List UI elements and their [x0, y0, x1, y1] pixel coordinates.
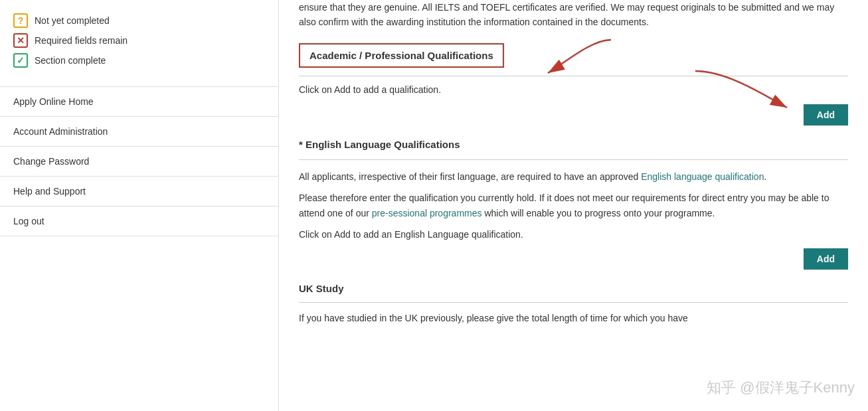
academic-add-button[interactable]: Add	[804, 104, 848, 125]
legend-section: ? Not yet completed ✕ Required fields re…	[0, 7, 278, 86]
not-completed-icon: ?	[13, 13, 28, 28]
english-paragraph1: All applicants, irrespective of their fi…	[299, 169, 848, 184]
academic-section-description: Click on Add to add a qualification.	[299, 84, 848, 95]
english-section: * English Language Qualifications All ap…	[299, 139, 848, 270]
english-para1-before: All applicants, irrespective of their fi…	[299, 171, 641, 182]
main-content: ensure that they are genuine. All IELTS …	[279, 0, 868, 411]
english-add-button[interactable]: Add	[804, 248, 848, 270]
english-para2-after: which will enable you to progress onto y…	[482, 208, 715, 218]
academic-section-title: Academic / Professional Qualifications	[299, 43, 504, 68]
academic-add-button-row: Add	[299, 104, 848, 125]
english-paragraph2: Please therefore enter the qualification…	[299, 191, 848, 220]
legend-item-complete: ✓ Section complete	[13, 53, 265, 68]
arrow-to-title	[485, 37, 618, 90]
english-add-button-row: Add	[299, 248, 848, 270]
nav-item-log-out[interactable]: Log out	[0, 206, 278, 236]
uk-study-description: If you have studied in the UK previously…	[299, 311, 848, 325]
pre-sessional-link[interactable]: pre-sessional programmes	[372, 208, 482, 218]
nav-item-account-administration[interactable]: Account Administration	[0, 117, 278, 147]
intro-text: ensure that they are genuine. All IELTS …	[299, 0, 848, 30]
uk-study-title: UK Study	[299, 283, 848, 294]
academic-divider	[299, 76, 848, 76]
english-description: Click on Add to add an English Language …	[299, 227, 848, 242]
sidebar: ? Not yet completed ✕ Required fields re…	[0, 0, 279, 411]
nav-item-help-and-support[interactable]: Help and Support	[0, 177, 278, 206]
academic-section: Academic / Professional Qualifications C…	[299, 43, 848, 125]
english-section-title: * English Language Qualifications	[299, 139, 848, 150]
legend-label-not-completed: Not yet completed	[35, 15, 110, 26]
nav-item-apply-online-home[interactable]: Apply Online Home	[0, 87, 278, 117]
uk-study-divider	[299, 302, 848, 303]
legend-label-required: Required fields remain	[35, 35, 128, 46]
uk-study-section: UK Study If you have studied in the UK p…	[299, 283, 848, 325]
legend-item-not-completed: ? Not yet completed	[13, 13, 265, 28]
complete-icon: ✓	[13, 53, 28, 68]
english-divider	[299, 159, 848, 160]
required-icon: ✕	[13, 33, 28, 48]
legend-item-required: ✕ Required fields remain	[13, 33, 265, 48]
english-para1-after: .	[764, 171, 766, 182]
nav-item-change-password[interactable]: Change Password	[0, 147, 278, 177]
english-language-qualification-link[interactable]: English language qualification	[641, 171, 764, 182]
legend-label-complete: Section complete	[35, 55, 106, 66]
nav-menu: Apply Online Home Account Administration…	[0, 86, 278, 236]
